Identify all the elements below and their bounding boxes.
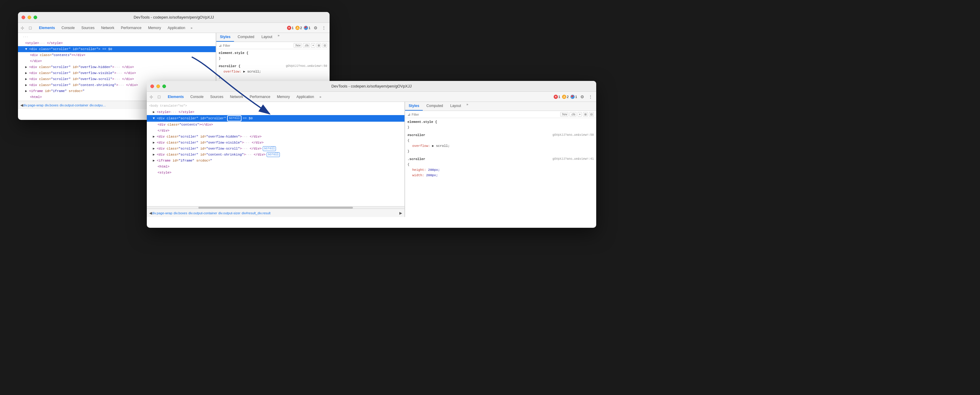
horizontal-scrollbar-2[interactable] [147, 206, 404, 209]
badge-row-2: ✕ 1 ⚠ 2 🚩 1 ⚙ ⋮ [554, 94, 595, 100]
tab-elements-1[interactable]: Elements [36, 25, 58, 31]
html-line[interactable]: ▶ <iframe id="iframe" srcdoc=" [147, 158, 404, 164]
maximize-button-1[interactable] [33, 16, 37, 19]
more-options-icon-2[interactable]: ⋮ [587, 94, 594, 100]
breadcrumb-item[interactable]: div.output-container [188, 211, 217, 215]
warning-icon-1: ⚠ [296, 26, 300, 30]
minimize-button-1[interactable] [27, 16, 31, 19]
breadcrumb-item[interactable]: div.page-wrap [152, 211, 172, 215]
breadcrumb-item[interactable]: div#result_div.result [242, 211, 270, 215]
html-line[interactable]: ▶ <div class="scroller" id="content-shri… [147, 152, 404, 158]
more-tabs-2[interactable]: » [318, 94, 323, 99]
breadcrumb-item[interactable]: div.output-container [60, 104, 88, 107]
styles-tab-styles-2[interactable]: Styles [405, 102, 423, 111]
warning-icon-2: ⚠ [562, 95, 566, 99]
tab-memory-2[interactable]: Memory [274, 94, 293, 100]
filter-input-2[interactable] [412, 113, 559, 116]
html-line[interactable]: <html> [147, 164, 404, 170]
html-line[interactable]: <style> [147, 170, 404, 176]
nav-left-icon-2[interactable]: ◀ [149, 211, 152, 215]
html-line-scroller-selected[interactable]: ▼ <div class="scroller" id="scroller" sc… [147, 115, 404, 122]
nav-left-icon[interactable]: ◀ [21, 103, 23, 107]
warning-badge-1: ⚠ 2 [296, 26, 302, 30]
styles-tab-styles[interactable]: Styles [216, 33, 234, 41]
cls-button-1[interactable]: .cls [303, 43, 310, 48]
toggle1-button-1[interactable]: ⊞ [317, 43, 321, 48]
scroll-badge-overflow-scroll: scroll [263, 146, 276, 151]
toggle2-button-2[interactable]: ⊟ [589, 112, 594, 116]
info-icon-1: 🚩 [304, 26, 308, 30]
styles-tab-layout[interactable]: Layout [258, 33, 276, 41]
tab-performance-2[interactable]: Performance [247, 94, 273, 100]
close-button-2[interactable] [150, 84, 154, 88]
more-options-icon-1[interactable]: ⋮ [321, 25, 327, 31]
tab-performance-1[interactable]: Performance [118, 25, 145, 31]
titlebar-2: DevTools - codepen.io/sofiayem/pen/gOVpX… [147, 81, 596, 92]
settings-icon-1[interactable]: ⚙ [312, 25, 319, 31]
more-styles-tabs-2[interactable]: » [465, 102, 470, 111]
html-line[interactable]: ▶ <div class="scroller" id="overflow-hid… [18, 64, 216, 70]
styles-tab-computed-2[interactable]: Computed [423, 102, 446, 111]
minimize-button-2[interactable] [156, 84, 160, 88]
styles-tabs-1: Styles Computed Layout » [216, 33, 329, 42]
html-line[interactable]: ▶ <style>··· </style> [147, 109, 404, 115]
breadcrumb-bar-2: ◀ div.page-wrap div.boxes div.output-con… [147, 209, 404, 217]
cursor-icon[interactable]: ⊹ [19, 25, 26, 31]
html-line[interactable]: ▶ <div class="scroller" id="overflow-vis… [18, 70, 216, 76]
tab-network-2[interactable]: Network [227, 94, 246, 100]
html-line-selected[interactable]: ▼ <div class="scroller" id="scroller"> =… [18, 46, 216, 52]
badge-row-1: ✕ 1 ⚠ 2 🚩 1 ⚙ ⋮ [287, 25, 328, 31]
toggle2-button-1[interactable]: ⊟ [322, 43, 327, 48]
breadcrumb-item[interactable]: div.page-wrap [23, 104, 43, 107]
tab-application-2[interactable]: Application [293, 94, 317, 100]
tab-application-1[interactable]: Application [164, 25, 188, 31]
breadcrumb-item[interactable]: div.boxes [45, 104, 59, 107]
html-line[interactable]: </div> [18, 58, 216, 64]
toggle1-button-2[interactable]: ⊞ [583, 112, 588, 116]
close-button-1[interactable] [22, 16, 25, 19]
tab-network-1[interactable]: Network [98, 25, 117, 31]
hov-button-2[interactable]: :hov [560, 112, 568, 116]
html-line[interactable]: </div> [147, 127, 404, 134]
scroll-badge-content-shrinking: scroll [267, 152, 280, 157]
tab-elements-2[interactable]: Elements [165, 94, 187, 100]
breadcrumb-item[interactable]: div.outpu… [89, 104, 106, 107]
nav-right-icon-2[interactable]: ▶ [399, 211, 402, 215]
tab-bar-2: ⊹ □ Elements Console Sources Network Per… [147, 92, 596, 102]
tab-sources-2[interactable]: Sources [207, 94, 226, 100]
inspect-icon[interactable]: □ [27, 25, 33, 31]
warning-badge-2: ⚠ 2 [562, 95, 569, 99]
info-badge-1: 🚩 1 [304, 26, 310, 30]
tab-icons-2: ⊹ □ [148, 94, 162, 100]
html-line[interactable]: ▶ <div class="scroller" id="overflow-scr… [147, 146, 404, 152]
html-line[interactable]: <div class="contents"></div> [18, 52, 216, 58]
cursor-icon-2[interactable]: ⊹ [148, 94, 154, 100]
tab-memory-1[interactable]: Memory [145, 25, 164, 31]
html-line[interactable]: ▶ <div class="scroller" id="overflow-vis… [147, 140, 404, 146]
plus-button-2[interactable]: + [578, 112, 582, 116]
html-line[interactable]: <body translate="no"> [147, 103, 404, 109]
inspect-icon-2[interactable]: □ [156, 94, 162, 100]
more-tabs-1[interactable]: » [189, 25, 194, 30]
html-line[interactable]: <div class="contents"></div> [147, 122, 404, 127]
breadcrumb-item[interactable]: div.boxes [173, 211, 187, 215]
styles-tab-computed[interactable]: Computed [234, 33, 258, 41]
html-line[interactable]: ··· [18, 34, 216, 40]
filter-input-1[interactable] [223, 44, 293, 47]
window-title-2: DevTools - codepen.io/sofiayem/pen/gOVpX… [331, 84, 412, 88]
scroll-badge-main: scroll [227, 115, 242, 121]
tab-console-2[interactable]: Console [187, 94, 207, 100]
styles-tab-layout-2[interactable]: Layout [447, 102, 465, 111]
tab-console-1[interactable]: Console [59, 25, 78, 31]
tab-sources-1[interactable]: Sources [78, 25, 97, 31]
settings-icon-2[interactable]: ⚙ [579, 94, 585, 100]
html-line[interactable]: ▶ <div class="scroller" id="overflow-hid… [147, 134, 404, 140]
hov-button-1[interactable]: :hov [294, 43, 302, 48]
cls-button-2[interactable]: .cls [570, 112, 576, 116]
css-rule-element-style-2: element.style { } [405, 118, 596, 131]
html-line[interactable]: <style>··· </style> [18, 40, 216, 46]
more-styles-tabs-1[interactable]: » [276, 33, 281, 41]
maximize-button-2[interactable] [162, 84, 166, 88]
breadcrumb-item[interactable]: div.output-sizer [218, 211, 240, 215]
plus-button-1[interactable]: + [311, 43, 315, 48]
